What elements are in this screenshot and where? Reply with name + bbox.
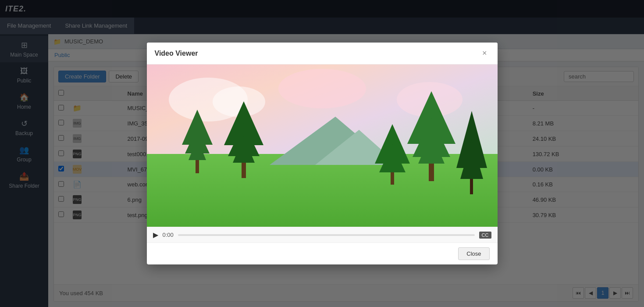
cc-button[interactable]: CC: [479, 232, 491, 239]
tree-4: [375, 124, 410, 185]
modal-close-btn[interactable]: ×: [480, 48, 490, 59]
tree-5: [456, 111, 487, 194]
video-viewer-dialog: Video Viewer ×: [147, 43, 498, 264]
close-button[interactable]: Close: [458, 247, 489, 260]
modal-title: Video Viewer: [155, 50, 198, 57]
modal-header: Video Viewer ×: [147, 43, 498, 64]
time-display: 0:00: [163, 232, 174, 238]
seek-bar[interactable]: [178, 234, 475, 236]
modal-overlay: Video Viewer ×: [0, 0, 644, 307]
play-button[interactable]: ▶: [153, 231, 158, 239]
modal-controls: ▶ 0:00 CC: [147, 227, 498, 243]
modal-footer: Close: [147, 243, 498, 264]
modal-video-area: [147, 64, 498, 227]
tree-1: [182, 110, 213, 173]
video-scene: [147, 64, 498, 227]
cloud-3: [278, 69, 366, 108]
tree-2: [224, 101, 263, 178]
tree-3: [407, 91, 455, 181]
